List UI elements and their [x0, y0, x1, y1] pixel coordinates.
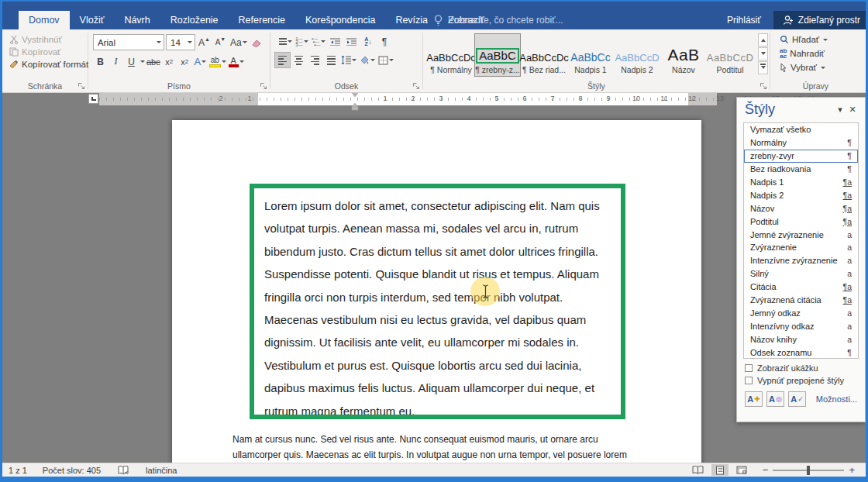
style-gallery-item[interactable]: AaB Názov [660, 33, 707, 77]
style-list-item[interactable]: Intenzívny odkaz a [744, 319, 858, 332]
style-list-item[interactable]: zrebny-zvyr ¶ [744, 150, 858, 163]
language-indicator[interactable]: latinčina [144, 465, 178, 476]
shading-button[interactable] [359, 53, 376, 67]
style-list-item[interactable]: Zvýraznenie a [744, 241, 858, 254]
show-formatting-marks-button[interactable]: ¶ [377, 34, 391, 49]
highlight-color-button[interactable]: ab [208, 54, 227, 69]
gallery-more-button[interactable] [758, 61, 768, 74]
word-count[interactable]: Počet slov: 405 [41, 465, 102, 476]
style-inspector-button[interactable]: A◎ [766, 391, 784, 407]
style-list-item[interactable]: Bez riadkovania ¶ [744, 163, 858, 176]
style-list-item[interactable]: Názov ¶a [744, 201, 858, 215]
justify-button[interactable] [324, 53, 339, 67]
style-list-item[interactable]: Intenzívne zvýraznenie a [744, 254, 858, 267]
tell-me-box[interactable]: Prezraďte, čo chcete robiť... [434, 11, 563, 29]
italic-button[interactable]: I [108, 54, 123, 69]
align-left-button[interactable] [275, 53, 290, 67]
find-button[interactable]: Hľadať [778, 34, 829, 45]
font-dialog-launcher[interactable] [260, 82, 267, 90]
style-list-item[interactable]: Názov knihy a [744, 332, 858, 346]
superscript-button[interactable]: x2 [177, 54, 192, 69]
style-list-item[interactable]: Jemné zvýraznenie a [744, 228, 858, 241]
gallery-scroll-down-button[interactable] [758, 47, 768, 60]
style-gallery-item[interactable]: AaBbCcDc ¶ Normálny [428, 33, 474, 77]
zoom-in-button[interactable]: + [849, 467, 855, 474]
font-color-button[interactable]: A [228, 54, 245, 69]
read-mode-button[interactable] [690, 464, 707, 476]
show-preview-checkbox[interactable]: Zobraziť ukážku [745, 363, 857, 373]
numbering-button[interactable]: 1—2—3— [294, 34, 309, 49]
ribbon-tab[interactable]: Návrh [114, 11, 160, 29]
underline-dropdown[interactable] [140, 60, 145, 65]
sort-button[interactable]: AZ↓ [360, 34, 375, 49]
subscript-button[interactable]: x2 [162, 54, 177, 69]
style-list-item[interactable]: Nadpis 1 ¶a [744, 176, 858, 189]
page-indicator[interactable]: 1 z 1 [7, 465, 29, 476]
style-gallery-item[interactable]: AaBbC ¶ zrebny-z... [474, 33, 521, 77]
zoom-slider-thumb[interactable] [807, 466, 810, 475]
style-gallery-item[interactable]: AaBbCcD Podtitul [707, 33, 753, 77]
ribbon-tab[interactable]: Vložiť [70, 11, 115, 29]
horizontal-ruler[interactable]: 2 1 1 2 3 4 5 6 7 8 9 10 11 12 13 1 [99, 93, 717, 105]
line-spacing-button[interactable] [340, 53, 357, 67]
new-style-button[interactable]: A✚ [745, 391, 763, 407]
strikethrough-button[interactable]: abc [146, 54, 161, 69]
font-size-combo[interactable]: 14 [166, 34, 195, 50]
ribbon-tab[interactable]: Domov [19, 11, 70, 29]
style-gallery-item[interactable]: AaBbCcDc ¶ Bez riad... [521, 33, 567, 77]
body-paragraph[interactable]: Nam at cursus nunc. Sed vel risus ante. … [232, 432, 643, 463]
replace-button[interactable]: abac Nahradiť [778, 47, 826, 60]
clear-formatting-button[interactable] [250, 35, 264, 50]
align-center-button[interactable] [291, 53, 306, 67]
ribbon-tab[interactable]: Referencie [229, 11, 295, 29]
clipboard-dialog-launcher[interactable] [78, 82, 85, 90]
select-button[interactable]: Vybrať [778, 62, 827, 73]
share-button[interactable]: Zdieľaný prostr [773, 11, 868, 29]
shrink-font-button[interactable]: A▼ [213, 35, 228, 50]
style-gallery-item[interactable]: AaBbCcD Nadpis 2 [614, 33, 660, 77]
ribbon-tab[interactable]: Rozloženie [160, 11, 229, 29]
disable-linked-styles-checkbox[interactable]: Vypnúť prepojené štýly [745, 376, 857, 385]
underline-button[interactable]: U [124, 54, 139, 69]
cut-button[interactable]: Vystrihnúť [8, 34, 64, 45]
ribbon-tab[interactable]: Korešpondencia [295, 11, 385, 29]
style-list-item[interactable]: Silný a [744, 267, 858, 281]
zoom-out-button[interactable]: − [763, 467, 769, 474]
sign-in-button[interactable]: Prihlásiť [727, 15, 761, 26]
proofing-status-icon[interactable] [115, 464, 132, 476]
style-list-item[interactable]: Normálny ¶ [744, 136, 858, 150]
style-list-item[interactable]: Nadpis 2 ¶a [744, 188, 858, 201]
styles-dialog-launcher[interactable] [760, 82, 767, 90]
ribbon-tab[interactable]: Revízia [385, 11, 438, 29]
bold-button[interactable]: B [93, 54, 108, 69]
align-right-button[interactable] [308, 53, 322, 67]
styles-pane-close-button[interactable]: ✕ [846, 104, 859, 116]
bullets-button[interactable] [275, 34, 293, 49]
paragraph-dialog-launcher[interactable] [412, 82, 420, 90]
text-effects-button[interactable]: A [193, 54, 208, 69]
boxed-paragraph[interactable]: Lorem ipsum dolor sit amet, consectetur … [250, 184, 625, 419]
style-list-item[interactable]: Zvýraznená citácia ¶a [744, 294, 858, 307]
style-list-item[interactable]: Podtitul ¶a [744, 215, 858, 228]
manage-styles-button[interactable]: A✓ [788, 391, 806, 407]
web-layout-button[interactable] [733, 464, 750, 476]
style-list-item[interactable]: Citácia ¶a [744, 281, 858, 294]
zoom-slider[interactable] [773, 470, 844, 471]
change-case-button[interactable]: Aa [229, 35, 248, 50]
increase-indent-button[interactable] [344, 34, 359, 49]
styles-options-link[interactable]: Možnosti... [816, 394, 857, 404]
print-layout-button[interactable] [711, 464, 728, 476]
style-list-item[interactable]: Odsek zoznamu ¶ [744, 346, 858, 359]
gallery-scroll-up-button[interactable] [758, 33, 768, 46]
left-indent-marker[interactable] [352, 93, 358, 110]
format-painter-button[interactable]: Kopírovať formát [8, 59, 90, 70]
document-page[interactable]: Lorem ipsum dolor sit amet, consectetur … [172, 120, 701, 463]
style-list-item[interactable]: Jemný odkaz a [744, 306, 858, 319]
styles-pane-menu-button[interactable]: ▾ [834, 104, 846, 116]
decrease-indent-button[interactable] [328, 34, 343, 49]
copy-button[interactable]: Kopírovať [8, 46, 62, 57]
multilevel-list-button[interactable]: ▪— ▪— ▪— [311, 34, 326, 49]
grow-font-button[interactable]: A▲ [197, 35, 212, 50]
style-gallery-item[interactable]: AaBbCc Nadpis 1 [567, 33, 614, 77]
font-family-combo[interactable]: Arial [93, 34, 164, 50]
